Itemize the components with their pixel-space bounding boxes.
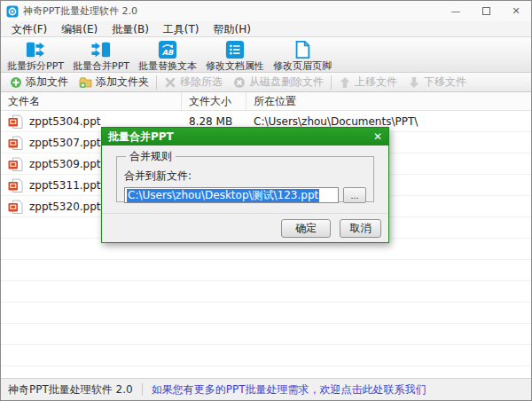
actionbar: 添加文件 添加文件夹 移除所选 从磁盘删除文件 — [1, 73, 531, 92]
action-delete-from-disk: 从磁盘删除文件 — [228, 73, 329, 91]
action-add-file[interactable]: 添加文件 — [4, 73, 74, 91]
ok-button[interactable]: 确定 — [281, 219, 331, 238]
file-name: zppt5307.ppt — [29, 137, 101, 149]
window-title: 神奇PPT批量处理软件 2.0 — [23, 4, 441, 18]
maximize-icon — [482, 7, 490, 15]
merge-ppt-icon — [91, 40, 111, 59]
action-label: 从磁盘删除文件 — [249, 75, 324, 90]
action-label: 添加文件夹 — [96, 75, 149, 90]
action-move-up: 上移文件 — [333, 73, 403, 91]
maximize-button[interactable] — [471, 1, 501, 21]
toolbar-item-merge-ppt[interactable]: 批量合并PPT — [68, 39, 134, 74]
menu-item-tools[interactable]: 工具(T) — [156, 21, 207, 37]
toolbar-label: 批量替换文本 — [138, 59, 197, 73]
selected-path-text: C:\Users\zhou\Desktop\测试\123.ppt — [127, 189, 319, 202]
ppt-file-icon — [8, 178, 23, 193]
path-row: C:\Users\zhou\Desktop\测试\123.ppt ... — [124, 187, 366, 203]
action-add-folder[interactable]: 添加文件夹 — [74, 73, 154, 91]
toolbar-label: 批量合并PPT — [73, 59, 129, 73]
close-icon: ✕ — [512, 5, 520, 17]
toolbar-item-header-footer[interactable]: 修改页眉页脚 — [269, 39, 336, 74]
toolbar-label: 修改文档属性 — [206, 59, 264, 73]
main-window: 神奇PPT批量处理软件 2.0 — ✕ 文件(F) 编辑(E) 批量(B) 工具… — [0, 0, 532, 401]
toolbar-item-doc-properties[interactable]: 修改文档属性 — [201, 39, 269, 74]
batch-merge-dialog: 批量合并PPT ✕ 合并规则 合并到新文件: C:\Users\zhou\Des… — [101, 127, 389, 243]
ppt-file-icon — [8, 200, 23, 215]
list-header: 文件名 文件大小 所在位置 — [1, 92, 531, 111]
menu-item-batch[interactable]: 批量(B) — [105, 21, 156, 37]
minimize-button[interactable]: — — [441, 1, 471, 21]
merge-target-label: 合并到新文件: — [124, 169, 366, 184]
remove-selected-icon — [164, 76, 176, 89]
minimize-icon: — — [451, 5, 461, 17]
action-divider — [331, 75, 332, 90]
close-button[interactable]: ✕ — [501, 1, 531, 21]
move-down-icon — [408, 76, 420, 89]
file-location: C:\Users\zhou\Documents\PPT\ — [246, 115, 531, 128]
merge-rules-groupbox: 合并规则 合并到新文件: C:\Users\zhou\Desktop\测试\12… — [116, 149, 374, 202]
browse-button[interactable]: ... — [343, 187, 366, 203]
dialog-close-icon: ✕ — [373, 130, 382, 143]
menubar: 文件(F) 编辑(E) 批量(B) 工具(T) 帮助(H) — [1, 21, 531, 37]
move-up-icon — [339, 76, 351, 89]
action-label: 下移文件 — [424, 75, 466, 90]
toolbar-label: 批量拆分PPT — [7, 59, 64, 73]
delete-from-disk-icon — [233, 76, 246, 89]
header-footer-icon — [293, 40, 312, 59]
app-logo-icon — [6, 5, 19, 18]
toolbar-item-split-ppt[interactable]: 批量拆分PPT — [3, 39, 68, 74]
split-ppt-icon — [26, 40, 45, 59]
merge-target-path-input[interactable]: C:\Users\zhou\Desktop\测试\123.ppt — [124, 187, 339, 203]
ppt-file-icon — [8, 157, 23, 172]
add-file-icon — [10, 76, 22, 89]
toolbar: 批量拆分PPT 批量合并PPT AB 批量替换文本 — [1, 37, 531, 73]
cancel-button[interactable]: 取消 — [340, 219, 381, 238]
action-label: 上移文件 — [355, 75, 397, 90]
window-controls: — ✕ — [441, 1, 531, 21]
status-bar: 神奇PPT批量处理软件 2.0 如果您有更多的PPT批量处理需求，欢迎点击此处联… — [1, 378, 531, 400]
action-remove-selected: 移除所选 — [159, 73, 228, 91]
menu-item-help[interactable]: 帮助(H) — [207, 21, 258, 37]
column-header-location[interactable]: 所在位置 — [246, 92, 531, 110]
ppt-file-icon — [8, 114, 23, 130]
menu-item-edit[interactable]: 编辑(E) — [54, 21, 105, 37]
file-name: zppt5304.ppt — [29, 115, 101, 128]
file-size: 8.28 MB — [182, 115, 246, 128]
action-divider — [156, 75, 157, 90]
action-label: 移除所选 — [180, 75, 223, 90]
file-name: zppt5320.ppt — [29, 200, 101, 213]
dialog-titlebar[interactable]: 批量合并PPT ✕ — [102, 128, 388, 145]
dialog-title: 批量合并PPT — [108, 130, 366, 145]
ppt-file-icon — [8, 136, 23, 151]
toolbar-label: 修改页眉页脚 — [273, 59, 332, 73]
file-name: zppt5311.ppt — [29, 179, 101, 192]
column-header-filename[interactable]: 文件名 — [1, 92, 182, 110]
doc-properties-icon — [225, 40, 245, 59]
file-name: zppt5309.ppt — [29, 158, 101, 170]
add-folder-icon — [79, 76, 92, 89]
replace-text-icon: AB — [158, 40, 177, 59]
dialog-close-button[interactable]: ✕ — [366, 130, 382, 143]
dialog-body: 合并规则 合并到新文件: C:\Users\zhou\Desktop\测试\12… — [102, 145, 388, 242]
action-label: 添加文件 — [26, 75, 68, 90]
groupbox-legend: 合并规则 — [126, 149, 176, 164]
toolbar-item-replace-text[interactable]: AB 批量替换文本 — [134, 39, 201, 74]
dialog-footer: 确定 取消 — [102, 213, 388, 242]
column-header-filesize[interactable]: 文件大小 — [182, 92, 246, 110]
action-move-down: 下移文件 — [403, 73, 472, 91]
status-app-name: 神奇PPT批量处理软件 2.0 — [8, 382, 133, 397]
status-divider — [142, 383, 143, 396]
svg-text:AB: AB — [162, 48, 174, 57]
status-contact-link[interactable]: 如果您有更多的PPT批量处理需求，欢迎点击此处联系我们 — [152, 382, 426, 397]
menu-item-file[interactable]: 文件(F) — [4, 21, 54, 37]
titlebar[interactable]: 神奇PPT批量处理软件 2.0 — ✕ — [1, 1, 531, 21]
